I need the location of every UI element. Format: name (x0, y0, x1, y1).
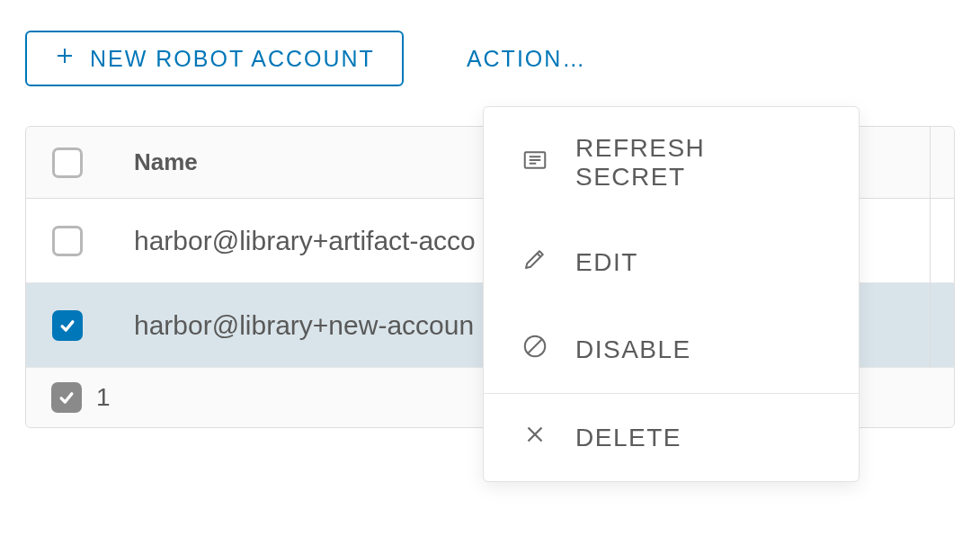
menu-item-label: REFRESH SECRET (575, 134, 821, 192)
row-checkbox[interactable] (52, 226, 83, 256)
selected-count: 1 (96, 383, 111, 412)
row-checkbox-cell (26, 310, 109, 341)
row-name: harbor@library+artifact-acco (109, 226, 476, 256)
menu-item-edit[interactable]: EDIT (484, 219, 859, 306)
new-robot-account-button[interactable]: NEW ROBOT ACCOUNT (25, 31, 404, 86)
menu-item-label: DISABLE (575, 335, 691, 364)
menu-item-label: EDIT (575, 248, 638, 277)
action-dropdown-trigger[interactable]: ACTION… (467, 46, 586, 72)
plus-icon (54, 45, 76, 72)
toolbar: NEW ROBOT ACCOUNT ACTION… (0, 0, 980, 112)
row-checkbox[interactable] (52, 310, 83, 341)
svg-line-6 (538, 254, 541, 257)
menu-item-label: DELETE (575, 424, 682, 452)
row-checkbox-cell (26, 226, 109, 256)
action-dropdown-menu: REFRESH SECRET EDIT DISABLE DELETE (483, 106, 860, 482)
document-icon (521, 147, 548, 180)
menu-item-disable[interactable]: DISABLE (484, 306, 859, 393)
new-robot-account-label: NEW ROBOT ACCOUNT (90, 46, 375, 72)
selection-indicator-icon[interactable] (51, 382, 82, 413)
select-all-checkbox[interactable] (52, 147, 83, 178)
column-header-name[interactable]: Name (109, 148, 198, 176)
menu-item-delete[interactable]: DELETE (484, 394, 859, 481)
column-divider (930, 127, 931, 368)
ban-icon (521, 333, 548, 366)
header-checkbox-cell (26, 147, 109, 178)
svg-line-8 (529, 340, 542, 353)
close-icon (521, 421, 548, 454)
menu-item-refresh-secret[interactable]: REFRESH SECRET (484, 107, 859, 219)
row-name: harbor@library+new-accoun (109, 310, 474, 341)
pencil-icon (521, 246, 548, 279)
